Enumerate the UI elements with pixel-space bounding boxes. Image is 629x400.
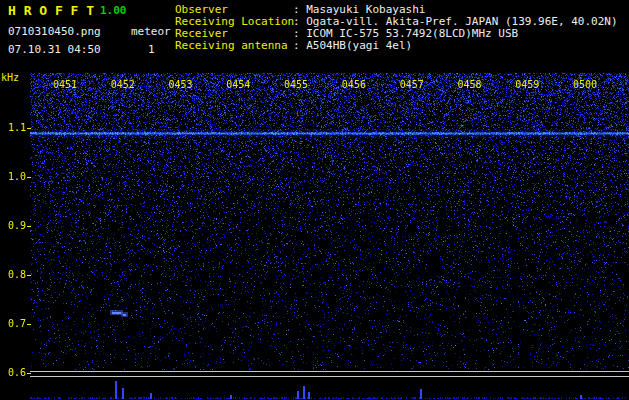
meteor-count: 1 — [148, 43, 155, 56]
freq-tick-label: 1.0 — [0, 171, 26, 182]
time-tick-label: 0500 — [573, 79, 597, 90]
time-tick-label: 0456 — [342, 79, 366, 90]
freq-tick-mark — [27, 226, 31, 227]
freq-tick-label: 0.7 — [0, 318, 26, 329]
time-tick-label: 0451 — [53, 79, 77, 90]
freq-tick-mark — [27, 275, 31, 276]
freq-tick-label: 0.8 — [0, 269, 26, 280]
time-tick-label: 0452 — [111, 79, 135, 90]
observation-datetime: 07.10.31 04:50 — [8, 43, 101, 56]
freq-tick-mark — [27, 128, 31, 129]
signal-level-strip-canvas — [30, 377, 629, 399]
hrofft-output-window: H R O F F T 1.00 0710310450.png meteor 0… — [0, 0, 629, 400]
time-tick-label: 0454 — [226, 79, 250, 90]
spectrogram-canvas — [30, 73, 629, 370]
app-title: H R O F F T — [8, 3, 94, 18]
freq-tick-mark — [27, 373, 31, 374]
freq-tick-mark — [27, 177, 31, 178]
time-tick-label: 0458 — [457, 79, 481, 90]
station-info-block: Observer: Masayuki KobayashiReceiving Lo… — [175, 4, 618, 52]
output-filename: 0710310450.png — [8, 25, 101, 38]
station-info-row: Receiving antenna: A504HB(yagi 4el) — [175, 40, 618, 52]
label-value-separator: : — [293, 39, 306, 52]
time-tick-label: 0459 — [515, 79, 539, 90]
meteor-counter-label: meteor — [131, 25, 171, 38]
freq-tick-mark — [27, 324, 31, 325]
freq-tick-label: 0.6 — [0, 367, 26, 378]
freq-tick-label: 1.1 — [0, 122, 26, 133]
time-tick-label: 0457 — [400, 79, 424, 90]
freq-tick-label: 0.9 — [0, 220, 26, 231]
station-info-value: A504HB(yagi 4el) — [306, 39, 412, 52]
divider-line-top — [30, 371, 629, 372]
time-tick-label: 0453 — [169, 79, 193, 90]
y-axis-unit-label: kHz — [1, 72, 19, 83]
app-version: 1.00 — [100, 4, 127, 17]
station-info-label: Receiving antenna — [175, 40, 293, 52]
time-tick-label: 0455 — [284, 79, 308, 90]
